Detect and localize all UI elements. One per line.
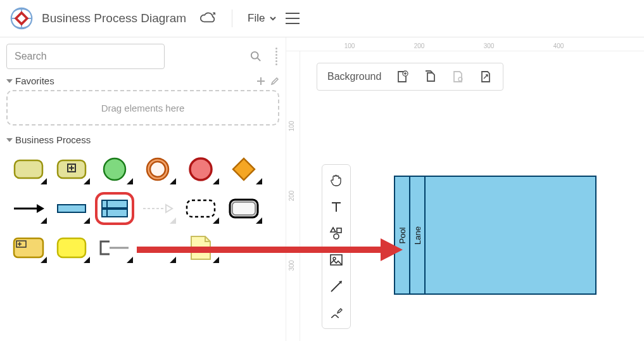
group-shape[interactable] bbox=[181, 192, 220, 225]
shape-tool-icon[interactable] bbox=[327, 224, 345, 242]
app-header: Business Process Diagram File bbox=[0, 0, 644, 37]
svg-line-4 bbox=[258, 58, 261, 61]
ruler-mark: 100 bbox=[344, 42, 355, 49]
search-icon bbox=[250, 51, 262, 62]
start-event-shape[interactable] bbox=[95, 153, 134, 186]
svg-marker-31 bbox=[331, 228, 336, 232]
svg-rect-12 bbox=[233, 158, 255, 180]
svg-rect-15 bbox=[58, 205, 85, 212]
file-menu-label: File bbox=[248, 12, 265, 25]
svg-rect-5 bbox=[15, 160, 42, 178]
freehand-tool-icon[interactable] bbox=[327, 304, 345, 322]
canvas[interactable]: 100 200 300 400 100 200 300 Background bbox=[286, 37, 644, 341]
business-process-section-header[interactable]: Business Process bbox=[6, 134, 279, 145]
message-flow-shape[interactable] bbox=[138, 192, 177, 225]
shapes-sidebar: Favorites Drag elements here Business Pr… bbox=[0, 37, 286, 341]
subprocess-shape[interactable] bbox=[52, 153, 91, 186]
svg-point-11 bbox=[190, 158, 212, 180]
sequence-flow-shape[interactable] bbox=[9, 192, 48, 225]
chevron-down-icon bbox=[269, 15, 277, 22]
floating-toolbar bbox=[322, 164, 351, 329]
lane-title[interactable]: Lane bbox=[410, 177, 426, 293]
background-controls: Background bbox=[317, 63, 503, 91]
ruler-mark: 300 bbox=[288, 261, 295, 271]
hamburger-menu-icon[interactable] bbox=[286, 13, 300, 24]
pool-title[interactable]: Pool bbox=[395, 177, 410, 293]
svg-point-3 bbox=[251, 52, 258, 59]
edit-favorites-icon[interactable] bbox=[270, 77, 279, 86]
svg-rect-21 bbox=[187, 200, 215, 217]
caret-down-icon bbox=[6, 138, 13, 142]
lane-element[interactable]: Lane bbox=[410, 177, 595, 293]
annotation-shape[interactable] bbox=[95, 231, 134, 264]
svg-rect-17 bbox=[102, 209, 127, 217]
page-title: Business Process Diagram bbox=[42, 11, 186, 25]
business-process-title: Business Process bbox=[15, 134, 91, 145]
add-favorite-icon[interactable] bbox=[256, 77, 265, 86]
favorites-title: Favorites bbox=[15, 75, 54, 86]
svg-rect-23 bbox=[232, 202, 255, 215]
data-object-shape[interactable] bbox=[52, 192, 91, 225]
pool-element[interactable]: Pool Lane bbox=[394, 176, 597, 295]
cloud-status-icon[interactable] bbox=[199, 11, 217, 25]
favorites-section-header[interactable]: Favorites bbox=[6, 75, 279, 86]
call-activity-shape[interactable] bbox=[224, 192, 263, 225]
ruler-mark: 300 bbox=[484, 42, 495, 49]
app-logo-icon bbox=[10, 7, 33, 30]
separator bbox=[232, 10, 232, 27]
image-tool-icon[interactable] bbox=[327, 251, 345, 269]
note-shape[interactable] bbox=[181, 231, 220, 264]
dropzone-label: Drag elements here bbox=[101, 103, 185, 113]
add-page-icon[interactable] bbox=[395, 70, 409, 84]
svg-rect-32 bbox=[337, 228, 341, 233]
svg-marker-20 bbox=[166, 205, 172, 212]
end-event-shape[interactable] bbox=[181, 153, 220, 186]
yellow-task-shape[interactable] bbox=[52, 231, 91, 264]
duplicate-page-icon[interactable] bbox=[423, 70, 437, 84]
ruler-mark: 200 bbox=[414, 42, 425, 49]
svg-line-36 bbox=[331, 283, 340, 292]
expand-page-icon[interactable] bbox=[479, 70, 493, 84]
task-shape[interactable] bbox=[9, 153, 48, 186]
line-tool-icon[interactable] bbox=[327, 278, 345, 295]
pan-tool-icon[interactable] bbox=[327, 171, 345, 189]
search-input[interactable] bbox=[6, 44, 165, 69]
svg-rect-16 bbox=[102, 200, 127, 208]
svg-point-33 bbox=[334, 234, 339, 239]
text-tool-icon[interactable] bbox=[327, 198, 345, 216]
svg-point-8 bbox=[104, 158, 125, 180]
sidebar-drag-handle-icon[interactable] bbox=[273, 48, 279, 65]
gateway-shape[interactable] bbox=[224, 153, 263, 186]
ruler-mark: 200 bbox=[288, 191, 295, 202]
svg-rect-26 bbox=[58, 238, 85, 257]
ruler-mark: 100 bbox=[288, 121, 295, 132]
svg-point-35 bbox=[333, 257, 336, 260]
pool-lane-shape[interactable] bbox=[95, 192, 134, 225]
association-shape[interactable] bbox=[138, 231, 177, 264]
expanded-subprocess-shape[interactable] bbox=[9, 231, 48, 264]
ruler-mark: 400 bbox=[553, 42, 564, 49]
svg-point-10 bbox=[150, 162, 165, 177]
background-label: Background bbox=[327, 71, 381, 82]
shape-palette bbox=[6, 153, 279, 264]
intermediate-event-shape[interactable] bbox=[138, 153, 177, 186]
svg-marker-14 bbox=[37, 204, 44, 213]
favorites-dropzone[interactable]: Drag elements here bbox=[6, 90, 279, 125]
ruler-vertical: 100 200 300 bbox=[286, 51, 300, 341]
page-settings-icon[interactable] bbox=[451, 70, 465, 84]
ruler-horizontal: 100 200 300 400 bbox=[286, 37, 644, 51]
caret-down-icon bbox=[6, 79, 13, 83]
file-menu[interactable]: File bbox=[248, 12, 276, 25]
